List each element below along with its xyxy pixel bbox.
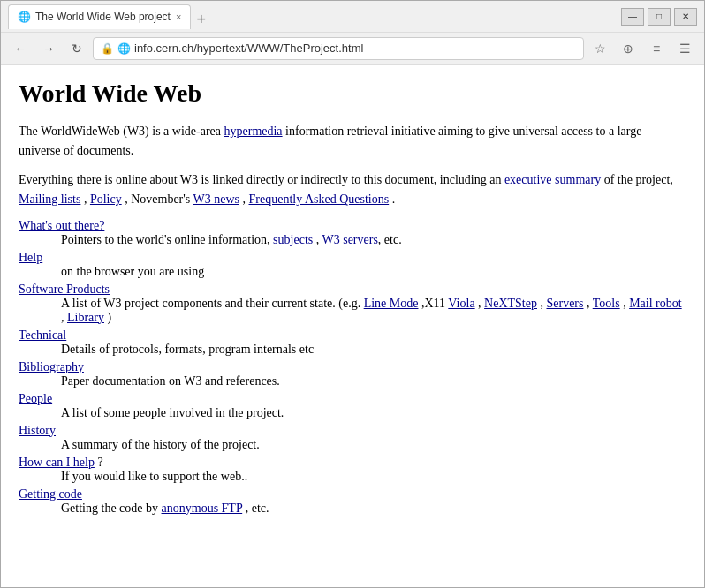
bibliography-desc: Paper documentation on W3 and references… xyxy=(19,374,686,388)
technical-desc: Details of protocols, formats, program i… xyxy=(19,343,686,357)
software-products-desc: A list of W3 project components and thei… xyxy=(19,297,686,325)
viola-link[interactable]: Viola xyxy=(448,297,474,310)
browser-toolbar: ← → ↻ 🔒 🌐 ☆ ⊕ ≡ ☰ xyxy=(1,33,704,64)
address-bar-container: 🔒 🌐 xyxy=(93,37,584,60)
how-can-i-help-desc: If you would like to support the web.. xyxy=(19,470,686,484)
line-mode-link[interactable]: Line Mode xyxy=(364,297,419,310)
section-help: Help on the browser you are using xyxy=(19,251,686,279)
whats-out-there-link[interactable]: What's out there? xyxy=(19,219,686,233)
intro1-text: The WorldWideWeb (W3) is a wide-area xyxy=(19,124,224,138)
menu-button[interactable]: ☰ xyxy=(672,37,697,60)
policy-link[interactable]: Policy xyxy=(90,192,122,206)
section-technical: Technical Details of protocols, formats,… xyxy=(19,328,686,357)
people-desc: A list of some people involved in the pr… xyxy=(19,406,686,420)
intro2-end: . xyxy=(389,192,395,206)
address-input[interactable] xyxy=(134,41,576,55)
anonymous-ftp-link[interactable]: anonymous FTP xyxy=(162,501,243,515)
bookmark-button[interactable]: ☆ xyxy=(588,37,612,60)
tab-title: The World Wide Web project xyxy=(35,11,171,23)
content-area: World Wide Web The WorldWideWeb (W3) is … xyxy=(1,64,704,587)
pocket-button[interactable]: ⊕ xyxy=(616,37,641,60)
library-button[interactable]: ≡ xyxy=(644,37,669,60)
intro2-mid3: , xyxy=(239,192,249,206)
section-people: People A list of some people involved in… xyxy=(19,392,686,420)
section-whats-out-there: What's out there? Pointers to the world'… xyxy=(19,219,686,247)
lock-icon: 🔒 xyxy=(101,42,114,55)
servers-link[interactable]: Servers xyxy=(546,297,583,310)
reload-button[interactable]: ↻ xyxy=(64,37,89,60)
subjects-link[interactable]: subjects xyxy=(273,233,313,246)
executive-summary-link[interactable]: executive summary xyxy=(504,173,601,186)
hypermedia-link[interactable]: hypermedia xyxy=(224,124,283,138)
getting-code-desc: Getting the code by anonymous FTP , etc. xyxy=(19,501,686,516)
close-button[interactable]: ✕ xyxy=(674,8,697,26)
intro2-pre: Everything there is online about W3 is l… xyxy=(19,173,504,186)
section-bibliography: Bibliography Paper documentation on W3 a… xyxy=(19,360,686,388)
intro2-comma: , xyxy=(80,192,90,206)
back-button[interactable]: ← xyxy=(8,37,33,60)
minimize-button[interactable]: — xyxy=(621,8,644,26)
window-controls: — □ ✕ xyxy=(621,8,697,26)
how-can-i-help-link[interactable]: How can I help xyxy=(19,456,95,469)
forward-button[interactable]: → xyxy=(36,37,61,60)
mail-robot-link[interactable]: Mail robot xyxy=(629,297,682,310)
how-can-i-help-container: How can I help ? xyxy=(19,456,686,470)
intro-paragraph-2: Everything there is online about W3 is l… xyxy=(19,170,686,210)
w3-servers-link[interactable]: W3 servers xyxy=(322,233,377,246)
section-how-can-i-help: How can I help ? If you would like to su… xyxy=(19,456,686,484)
history-link[interactable]: History xyxy=(19,424,686,438)
site-icon: 🌐 xyxy=(118,42,131,55)
mailing-lists-link[interactable]: Mailing lists xyxy=(19,192,80,206)
w3-news-link[interactable]: W3 news xyxy=(193,192,240,206)
page-heading: World Wide Web xyxy=(19,79,686,108)
whats-out-there-desc: Pointers to the world's online informati… xyxy=(19,233,686,247)
section-history: History A summary of the history of the … xyxy=(19,424,686,452)
intro2-mid: of the project, xyxy=(601,173,673,186)
intro-paragraph-1: The WorldWideWeb (W3) is a wide-area hyp… xyxy=(19,122,686,162)
tab-area: 🌐 The World Wide Web project × + xyxy=(8,4,618,29)
titlebar: 🌐 The World Wide Web project × + — □ ✕ xyxy=(1,1,704,33)
maximize-button[interactable]: □ xyxy=(648,8,671,26)
library-link[interactable]: Library xyxy=(67,311,104,324)
section-list: What's out there? Pointers to the world'… xyxy=(19,219,686,516)
active-tab[interactable]: 🌐 The World Wide Web project × xyxy=(8,4,191,29)
section-software-products: Software Products A list of W3 project c… xyxy=(19,283,686,325)
people-link[interactable]: People xyxy=(19,392,686,406)
nextstep-link[interactable]: NeXTStep xyxy=(484,297,537,310)
history-desc: A summary of the history of the project. xyxy=(19,438,686,452)
tools-link[interactable]: Tools xyxy=(593,297,620,310)
browser-window: 🌐 The World Wide Web project × + — □ ✕ ←… xyxy=(0,0,705,588)
intro2-mid2: , November's xyxy=(122,192,193,206)
help-desc: on the browser you are using xyxy=(19,265,686,279)
toolbar-actions: ☆ ⊕ ≡ ☰ xyxy=(588,37,697,60)
new-tab-button[interactable]: + xyxy=(193,11,209,29)
help-link[interactable]: Help xyxy=(19,251,686,265)
getting-code-link[interactable]: Getting code xyxy=(19,487,686,501)
technical-link[interactable]: Technical xyxy=(19,328,686,343)
bibliography-link[interactable]: Bibliography xyxy=(19,360,686,374)
section-getting-code: Getting code Getting the code by anonymo… xyxy=(19,487,686,516)
faq-link[interactable]: Frequently Asked Questions xyxy=(249,192,390,206)
tab-icon: 🌐 xyxy=(18,11,30,23)
software-products-link[interactable]: Software Products xyxy=(19,283,686,297)
tab-close-button[interactable]: × xyxy=(176,11,181,22)
